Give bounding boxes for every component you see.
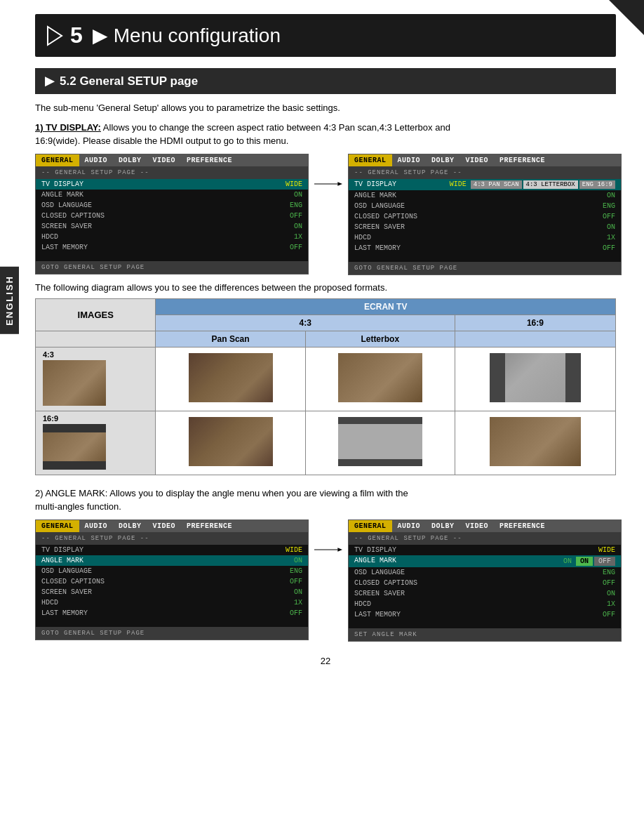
desc1-label: 1) TV DISPLAY:: [35, 122, 101, 133]
tab-video-right2[interactable]: VIDEO: [460, 520, 495, 532]
description2-angle-mark: 2) ANGLE MARK: Allows you to display the…: [35, 486, 616, 514]
subsection-arrow: ▶: [45, 74, 54, 88]
osd-row-osdlang-l1: OSD LANGUAGEENG: [36, 200, 308, 211]
section-number: 5: [70, 22, 83, 48]
row2-label: 16:9: [43, 414, 151, 423]
cell-label-169: 16:9: [36, 411, 156, 475]
osd-footer-right2: SET ANGLE MARK: [349, 628, 621, 641]
img-169-original: [43, 424, 106, 470]
osd-row-closedcap-r1: CLOSED CAPTIONSOFF: [349, 211, 621, 222]
tvdisplay-val-l1: Wide: [286, 180, 302, 188]
arrow-svg-1: [314, 178, 342, 190]
osd-row-lastmem-r2: LAST MEMORYOFF: [349, 609, 621, 620]
th-images: IMAGES: [36, 298, 156, 331]
osd-row-screensaver-r1: SCREEN SAVERON: [349, 222, 621, 232]
play-icon: [46, 25, 67, 46]
tab-preference-left1[interactable]: PREFERENCE: [181, 154, 238, 166]
tvdisplay-label-r1: TV DISPLAY: [354, 180, 396, 189]
bar-top-169: [43, 424, 106, 432]
tab-audio-right1[interactable]: AUDIO: [392, 154, 427, 166]
diagram-table: IMAGES ECRAN TV 4:3 16:9 Pan Scan Letter…: [35, 298, 616, 475]
th-43: 4:3: [156, 315, 455, 331]
osd-row-lastmem-l2: LAST MEMORYOFF: [36, 608, 308, 618]
tab-video-right1[interactable]: VIDEO: [460, 154, 495, 166]
cell-169-169: [455, 411, 615, 475]
osd-menu-left-2: GENERAL AUDIO DOLBY VIDEO PREFERENCE -- …: [35, 519, 309, 640]
cell-43-panscan: [156, 347, 305, 411]
osd-tvdisplay-right1: TV DISPLAY Wide 4:3 PAN SCAN 4:3 LETTERB…: [349, 179, 621, 190]
osd-row-hdcd-r2: HDCD1X: [349, 599, 621, 609]
tab-video-left1[interactable]: VIDEO: [147, 154, 182, 166]
diagram-section: The following diagram allows you to see …: [35, 282, 616, 475]
osd-row-screensaver-r2: SCREEN SAVERON: [349, 588, 621, 599]
osd-menu-right-1: GENERAL AUDIO DOLBY VIDEO PREFERENCE -- …: [348, 154, 622, 275]
diagram-row-169: 16:9: [36, 411, 616, 475]
opt-off-r2: OFF: [594, 557, 615, 566]
img-169-169: [490, 417, 581, 466]
th-169-sub: [455, 331, 615, 347]
tab-general-right1[interactable]: GENERAL: [349, 154, 392, 166]
elephant-bg-3: [338, 353, 422, 402]
tab-audio-left1[interactable]: AUDIO: [79, 154, 114, 166]
osd-menu-left-1: GENERAL AUDIO DOLBY VIDEO PREFERENCE -- …: [35, 154, 309, 274]
tab-audio-right2[interactable]: AUDIO: [392, 520, 427, 532]
page-number: 22: [35, 656, 616, 666]
th-169: 16:9: [455, 315, 615, 331]
img-43-letterbox: [338, 353, 422, 402]
opt-letterbox: 4:3 LETTERBOX: [523, 180, 578, 189]
tab-dolby-left1[interactable]: DOLBY: [113, 154, 147, 166]
svg-marker-4: [337, 548, 342, 551]
subsection-header: ▶ 5.2 General SETUP page: [35, 68, 616, 94]
anglemark-options-r2: ON ON OFF: [563, 557, 615, 566]
elephant-bg-1: [43, 360, 106, 406]
osd-footer-right1: GOTO GENERAL SETUP PAGE: [349, 262, 621, 274]
svg-marker-0: [48, 27, 62, 45]
arrow-connector-2: [314, 544, 342, 555]
tab-preference-right2[interactable]: PREFERENCE: [494, 520, 551, 532]
subsection-title: 5.2 General SETUP page: [60, 74, 198, 88]
tab-general-left1[interactable]: GENERAL: [36, 154, 79, 166]
osd-header-left1: -- GENERAL SETUP PAGE --: [36, 166, 308, 179]
diagram-row-43: 4:3: [36, 347, 616, 411]
cell-43-169: [455, 347, 615, 411]
tab-preference-left2[interactable]: PREFERENCE: [181, 520, 238, 532]
tvdisplay-label-l1: TV DISPLAY: [41, 180, 83, 188]
osd-tabs-right-2: GENERAL AUDIO DOLBY VIDEO PREFERENCE: [349, 520, 621, 532]
osd-footer-left1: GOTO GENERAL SETUP PAGE: [36, 261, 308, 274]
tab-dolby-left2[interactable]: DOLBY: [113, 520, 147, 532]
section-title: Menu configuration: [114, 25, 281, 47]
tab-video-left2[interactable]: VIDEO: [147, 520, 182, 532]
osd-row-anglemark-r2: ANGLE MARK ON ON OFF: [349, 555, 621, 567]
section-header: 5 ▶ Menu configuration: [35, 14, 616, 57]
osd-menu-right-2: GENERAL AUDIO DOLBY VIDEO PREFERENCE -- …: [348, 519, 622, 642]
arrow-connector-1: [314, 178, 342, 190]
tab-dolby-right2[interactable]: DOLBY: [426, 520, 460, 532]
cell-169-panscan: [156, 411, 305, 475]
th-letterbox: Letterbox: [305, 331, 455, 347]
elephant-bg-8: [490, 417, 581, 466]
th-panscan: Pan Scan: [156, 331, 305, 347]
elephant-bg-2: [189, 353, 273, 402]
bar-left-43-169: [490, 353, 505, 402]
tab-dolby-right1[interactable]: DOLBY: [426, 154, 460, 166]
img-169-panscan: [189, 417, 273, 466]
osd-tvdisplay-left1: TV DISPLAY Wide: [36, 179, 308, 190]
img-43-169: [490, 353, 581, 402]
osd-row-hdcd-r1: HDCD1X: [349, 232, 621, 243]
description1-line1: The sub-menu 'General Setup' allows you …: [35, 101, 616, 115]
cell-43-letterbox: [305, 347, 455, 411]
opt-on-r2: ON: [576, 557, 593, 566]
anglemark-label-r2: ANGLE MARK: [354, 557, 396, 566]
tab-audio-left2[interactable]: AUDIO: [79, 520, 114, 532]
osd-row-hdcd-l2: HDCD1X: [36, 597, 308, 608]
tab-general-left2[interactable]: GENERAL: [36, 520, 79, 532]
opt-panscan: 4:3 PAN SCAN: [471, 180, 522, 189]
osd-row-osdlang-r2: OSD LANGUAGEENG: [349, 567, 621, 578]
img-43-panscan: [189, 353, 273, 402]
tab-general-right2[interactable]: GENERAL: [349, 520, 392, 532]
img-169-letterbox: [338, 417, 422, 466]
diagram-desc: The following diagram allows you to see …: [35, 282, 616, 293]
tab-preference-right1[interactable]: PREFERENCE: [494, 154, 551, 166]
osd-row-osdlang-r1: OSD LANGUAGEENG: [349, 201, 621, 211]
anglemark-val-r2: ON: [563, 557, 572, 565]
